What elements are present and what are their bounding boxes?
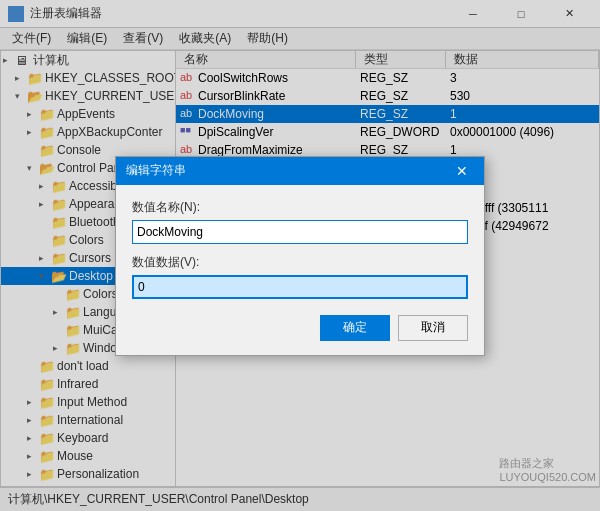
- cancel-button[interactable]: 取消: [398, 315, 468, 341]
- dialog-body: 数值名称(N): 数值数据(V): 确定 取消: [116, 185, 484, 355]
- name-label: 数值名称(N):: [132, 199, 468, 216]
- data-label: 数值数据(V):: [132, 254, 468, 271]
- edit-string-dialog: 编辑字符串 ✕ 数值名称(N): 数值数据(V): 确定 取消: [115, 156, 485, 356]
- name-input[interactable]: [132, 220, 468, 244]
- dialog-buttons: 确定 取消: [132, 315, 468, 341]
- data-input[interactable]: [132, 275, 468, 299]
- dialog-title-bar: 编辑字符串 ✕: [116, 157, 484, 185]
- dialog-close-button[interactable]: ✕: [450, 159, 474, 183]
- dialog-overlay: 编辑字符串 ✕ 数值名称(N): 数值数据(V): 确定 取消: [0, 0, 600, 511]
- confirm-button[interactable]: 确定: [320, 315, 390, 341]
- dialog-title: 编辑字符串: [126, 162, 450, 179]
